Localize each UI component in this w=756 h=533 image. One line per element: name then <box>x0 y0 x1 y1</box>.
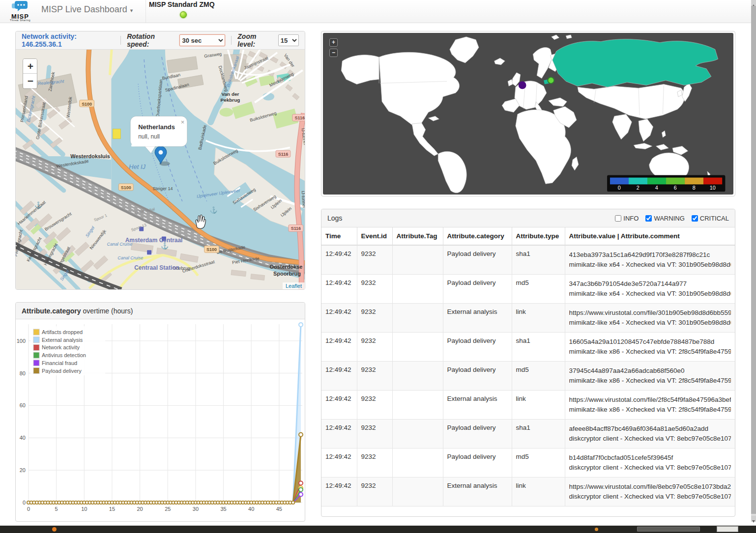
leaflet-link[interactable]: Leaflet <box>286 283 302 289</box>
log-tag <box>392 333 443 362</box>
log-row: 12:49:429232Payload deliverymd5347ac3b6b… <box>321 275 735 304</box>
logs-table: TimeEvent.idAttribute.TagAttribute.categ… <box>321 227 735 506</box>
svg-text:S116: S116 <box>295 115 305 120</box>
log-category: External analysis <box>443 391 512 420</box>
svg-text:S116: S116 <box>278 152 288 157</box>
active-country-marker[interactable] <box>548 77 554 84</box>
log-category: External analysis <box>443 477 512 506</box>
filter-info[interactable]: INFO <box>615 215 639 222</box>
log-type: md5 <box>512 275 565 304</box>
map-label: Oosterdokse <box>270 264 303 270</box>
log-time: 12:49:42 <box>321 477 357 506</box>
navbar: MISP Threat Sharing MISP Live Dashboard▾… <box>0 0 751 23</box>
taskbar-item[interactable] <box>637 527 700 532</box>
chart-element <box>33 360 39 366</box>
filter-critical[interactable]: CRITICAL <box>692 215 729 222</box>
log-comment: diskcryptor client - Xchecked via VT: 8e… <box>569 463 731 473</box>
amsterdam-map-svg: ⚓ ⚓ ⚓ GraswegDocklandwegJasmijnstraatVan… <box>16 50 305 289</box>
chart-element: 35 <box>220 506 226 512</box>
chart-element <box>291 501 294 504</box>
world-map[interactable]: 0246810 + − <box>323 33 733 195</box>
popup-close-icon[interactable]: × <box>181 118 185 126</box>
map-label: Het IJ <box>129 163 145 170</box>
world-map-zoom-control: + − <box>329 38 338 59</box>
country-russia[interactable] <box>552 39 718 87</box>
filter-info-checkbox[interactable] <box>615 215 621 222</box>
chart-element <box>299 433 303 437</box>
taskbar <box>0 526 756 533</box>
taskbar-item[interactable] <box>52 527 57 532</box>
log-category: Payload delivery <box>443 449 512 477</box>
log-value: 16605a4a29a101208457c47ebfde788487be788d <box>569 337 731 347</box>
log-value-comment: 37945c44a897aa42a66adcab68f560e0mimikatz… <box>565 362 735 391</box>
leaflet-map[interactable]: ⚓ ⚓ ⚓ GraswegDocklandwegJasmijnstraatVan… <box>16 50 305 289</box>
log-event-id: 9232 <box>357 275 392 304</box>
netherlands-marker[interactable] <box>519 82 526 89</box>
log-event-id: 9232 <box>357 449 392 477</box>
road-badge: S116 <box>289 225 303 232</box>
chart-element: Antivirus detection <box>42 352 86 358</box>
log-comment: diskcryptor client - Xchecked via VT: 8e… <box>569 434 731 444</box>
attribute-category-chart-panel: Attribute.category overtime (hours) 0510… <box>15 302 305 522</box>
world-zoom-out-button[interactable]: − <box>329 49 338 57</box>
chart-element: 100 <box>17 338 26 344</box>
map-zoom-out-button[interactable]: − <box>23 74 37 88</box>
log-category: Payload delivery <box>443 275 512 304</box>
log-time: 12:49:42 <box>321 449 357 477</box>
chart-element: 20 <box>20 467 26 473</box>
dashboard-title-dropdown[interactable]: MISP Live Dashboard▾ <box>41 4 133 15</box>
log-event-id: 9232 <box>357 333 392 362</box>
scrollbar-thumb[interactable] <box>751 6 756 514</box>
chart-element <box>29 488 301 503</box>
chart-element <box>299 323 303 327</box>
scrollbar-down-arrow-icon[interactable] <box>751 516 756 522</box>
chart-element: 20 <box>137 506 143 512</box>
log-event-id: 9232 <box>357 245 392 275</box>
misp-logo[interactable]: MISP Threat Sharing <box>5 0 35 22</box>
filter-critical-checkbox[interactable] <box>692 215 698 222</box>
taskbar-item[interactable] <box>595 528 598 531</box>
log-type: link <box>512 477 565 506</box>
svg-text:S100: S100 <box>121 185 131 190</box>
taskbar-item[interactable] <box>717 526 738 532</box>
road-badge: S100 <box>118 184 133 191</box>
network-activity-link[interactable]: Network activity: 146.255.36.1 <box>22 32 115 48</box>
log-value: https://www.virustotal.com/file/8ebc97e0… <box>569 482 731 492</box>
caret-down-icon: ▾ <box>130 7 133 13</box>
log-row: 12:49:429232Payload deliverysha116605a4a… <box>321 333 735 362</box>
zoom-level-label: Zoom level: <box>237 32 274 48</box>
chart-element <box>33 368 39 374</box>
popup-coords: null, null <box>138 133 160 140</box>
log-category: Payload delivery <box>443 333 512 362</box>
log-time: 12:49:42 <box>321 245 357 275</box>
chart-element <box>33 344 39 350</box>
road-badge: S100 <box>204 246 219 252</box>
map-label: Westerdoksluis <box>70 153 110 159</box>
log-comment: diskcryptor client - Xchecked via VT: 8e… <box>569 492 731 502</box>
chart-element <box>299 493 303 497</box>
chart-element: 40 <box>248 506 254 512</box>
filter-warning-checkbox[interactable] <box>645 215 652 222</box>
log-value-comment: b14d8faf7f0cbcfad051cefe5f39645fdiskcryp… <box>565 449 735 477</box>
log-value: b14d8faf7f0cbcfad051cefe5f39645f <box>569 453 731 463</box>
misp-logo-icon <box>11 0 29 12</box>
log-type: link <box>512 304 565 333</box>
logs-title: Logs <box>327 214 342 222</box>
misp-dashboard: MISP Threat Sharing MISP Live Dashboard▾… <box>0 0 756 533</box>
map-zoom-in-button[interactable]: + <box>23 59 37 74</box>
zoom-level-select[interactable]: 15 <box>278 34 299 46</box>
header-divider <box>231 36 232 45</box>
log-value-comment: afeee8b4acff87bc469a6f0364a81ae5d60a2add… <box>565 420 735 449</box>
rotation-speed-select[interactable]: 30 sec <box>179 34 225 46</box>
page-scrollbar[interactable] <box>751 0 756 522</box>
log-type: md5 <box>512 362 565 391</box>
leaflet-attribution: Leaflet <box>283 282 305 289</box>
filter-label: INFO <box>623 215 639 222</box>
log-type: link <box>512 391 565 420</box>
filter-warning[interactable]: WARNING <box>645 215 684 222</box>
log-type: sha1 <box>512 245 565 275</box>
log-comment: mimikatz-like x64 - Xchecked via VT: 301… <box>569 318 731 328</box>
rotation-speed-label: Rotation speed: <box>127 32 176 48</box>
scrollbar-up-arrow-icon[interactable] <box>751 0 756 6</box>
world-zoom-in-button[interactable]: + <box>329 38 338 47</box>
